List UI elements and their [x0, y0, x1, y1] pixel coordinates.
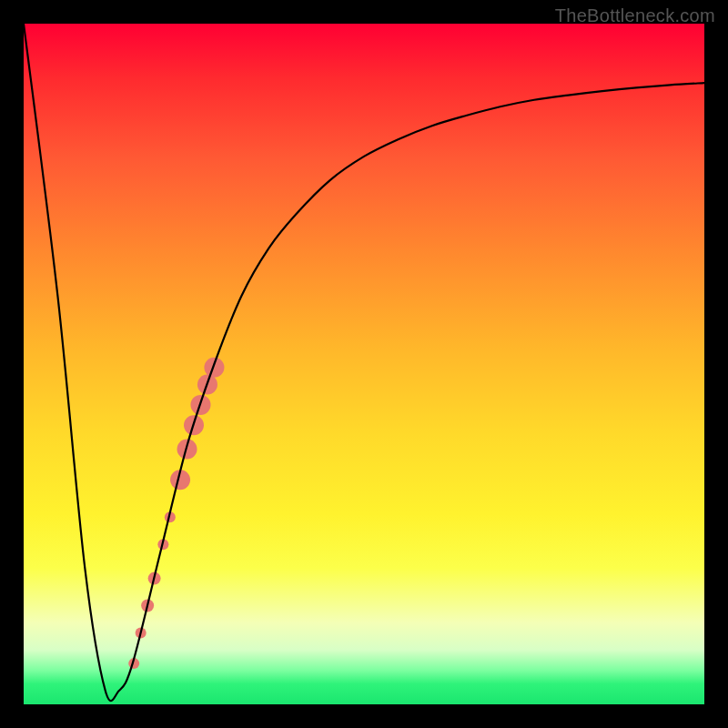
chart-frame: TheBottleneck.com [0, 0, 728, 728]
bottleneck-curve [24, 24, 704, 701]
plot-area [24, 24, 704, 704]
watermark-text: TheBottleneck.com [555, 5, 715, 26]
curve-layer [24, 24, 704, 704]
highlight-dot [204, 358, 224, 378]
